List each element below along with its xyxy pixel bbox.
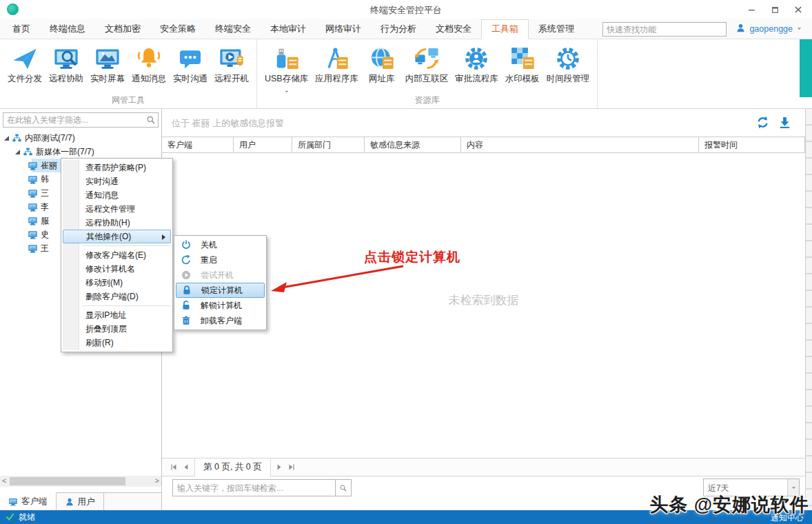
ribbon-tool-approval-flow[interactable]: 审批流程库 [451, 43, 502, 90]
ribbon-tool-time-period[interactable]: 时间段管理 [543, 43, 593, 90]
close-button[interactable] [787, 0, 809, 19]
menu-tab-4[interactable]: 安全策略 [150, 19, 205, 39]
watermark-template-icon [509, 46, 536, 72]
column-header-5[interactable]: 内容 [461, 137, 699, 152]
other-operations-submenu: 关机重启尝试开机锁定计算机解锁计算机卸载客户端 [174, 235, 267, 330]
right-vertical-tab-strip[interactable] [805, 109, 812, 510]
submenu-item-lock[interactable]: 锁定计算机 [176, 283, 265, 298]
ribbon-tool-label: 远程开机 [214, 73, 249, 85]
ribbon-tool-chat[interactable]: 实时沟通 [170, 43, 211, 85]
tree-expander-icon[interactable] [15, 150, 20, 154]
sidebar-tab-users[interactable]: 用户 [57, 493, 104, 511]
context-menu-item-10[interactable]: 移动到(M) [61, 276, 172, 290]
tree-filter-input[interactable] [3, 113, 144, 127]
menu-tab-11[interactable]: 系统管理 [529, 19, 584, 39]
first-page-button[interactable] [168, 461, 180, 474]
context-menu-item-3[interactable]: 通知消息 [61, 188, 172, 202]
tree-node-1[interactable]: 内部测试(7/7) [0, 131, 161, 145]
ribbon-tool-label: 实时沟通 [173, 73, 207, 85]
ribbon-tool-interlink[interactable]: 内部互联区 [402, 43, 452, 90]
menu-tab-8[interactable]: 行为分析 [371, 19, 426, 39]
horizontal-scrollbar[interactable]: < > [0, 476, 161, 487]
context-menu-item-5[interactable]: 远程协助(H) [61, 216, 172, 230]
ribbon-tool-usb-library[interactable]: USB存储库 [261, 43, 312, 90]
column-header-2[interactable]: 用户 [234, 137, 292, 152]
unlock-icon [181, 300, 192, 311]
context-menu-item-13[interactable]: 显示IP地址 [61, 308, 172, 322]
submenu-item-power[interactable]: 关机 [174, 237, 266, 252]
context-menu-item-2[interactable]: 实时沟通 [61, 174, 172, 188]
context-menu-item-1[interactable]: 查看防护策略(P) [61, 161, 172, 174]
context-menu-item-14[interactable]: 折叠到顶层 [61, 322, 172, 336]
panel-header-text: 位于 崔丽 上的敏感信息报警 [172, 117, 284, 130]
column-header-3[interactable]: 所属部门 [292, 137, 365, 152]
context-menu-item-9[interactable]: 修改计算机名 [61, 262, 172, 276]
column-header-4[interactable]: 敏感信息来源 [365, 137, 461, 152]
search-icon[interactable] [146, 115, 156, 128]
submenu-item-trash[interactable]: 卸载客户端 [174, 313, 266, 328]
export-download-button[interactable] [778, 116, 791, 132]
ribbon-tool-monitor-search[interactable]: 远程协助 [45, 43, 87, 85]
context-menu-item-8[interactable]: 修改客户端名(E) [61, 248, 172, 262]
computer-icon [28, 161, 38, 171]
menu-tab-6[interactable]: 本地审计 [261, 19, 316, 39]
ribbon-tool-paper-plane[interactable]: 文件分发 [4, 43, 45, 85]
scrollbar-thumb[interactable] [10, 477, 125, 485]
tree-expander-icon[interactable] [4, 136, 9, 141]
menu-tab-9[interactable]: 文档安全 [426, 19, 481, 39]
monitor-image-icon [94, 46, 121, 72]
lock-icon [181, 285, 192, 296]
menu-tab-1[interactable]: 首页 [3, 19, 40, 39]
scroll-left-arrow[interactable]: < [2, 476, 6, 485]
sidebar-tab-label: 客户端 [21, 496, 48, 507]
context-menu-item-6[interactable]: 其他操作(O) [63, 230, 171, 243]
column-header-6[interactable]: 报警时间 [699, 137, 805, 152]
scroll-right-arrow[interactable]: > [155, 476, 159, 485]
next-page-button[interactable] [273, 461, 285, 474]
submenu-item-label: 尝试开机 [201, 270, 234, 280]
column-header-1[interactable]: 客户端 [162, 137, 234, 152]
ribbon-tool-app-library[interactable]: 应用程序库 [312, 43, 362, 90]
computer-icon [28, 161, 38, 171]
sidebar-tab-clients[interactable]: 客户端 [0, 492, 57, 510]
window-title: 终端安全管控平台 [0, 4, 812, 17]
dropdown-caret-icon [265, 85, 308, 90]
user-menu[interactable]: gaopengge [735, 23, 802, 35]
tree-node-2[interactable]: 新媒体一部(7/7) [0, 145, 161, 159]
menu-tab-2[interactable]: 终端信息 [40, 19, 95, 39]
ribbon-tool-label: 内部互联区 [405, 73, 449, 85]
quick-search-input[interactable] [602, 22, 727, 37]
menu-item-label: 查看防护策略(P) [85, 163, 146, 172]
keyword-search-button[interactable] [335, 479, 352, 496]
maximize-button[interactable] [764, 0, 786, 19]
menu-tab-7[interactable]: 网络审计 [316, 19, 371, 39]
ribbon-tool-monitor-play[interactable]: 远程开机 [211, 43, 252, 85]
menu-tab-5[interactable]: 终端安全 [205, 19, 261, 39]
last-page-button[interactable] [285, 461, 298, 474]
refresh-button[interactable] [756, 116, 769, 132]
ribbon-tool-label: 审批流程库 [455, 73, 498, 85]
submenu-item-unlock[interactable]: 解锁计算机 [174, 298, 266, 313]
ribbon-tool-label: 应用程序库 [315, 73, 358, 85]
tree-node-label: 服 [41, 215, 49, 227]
submenu-item-restart[interactable]: 重启 [174, 252, 266, 268]
ribbon-tool-watermark-template[interactable]: 水印模板 [502, 43, 543, 90]
context-menu-item-11[interactable]: 删除客户端(D) [61, 290, 172, 303]
time-period-icon [555, 46, 581, 72]
menu-tab-3[interactable]: 文档加密 [95, 19, 150, 39]
monitor-play-icon [219, 46, 245, 72]
context-menu-item-4[interactable]: 远程文件管理 [61, 202, 172, 216]
ribbon-tool-url-library[interactable]: 网址库 [362, 43, 402, 90]
ribbon-tool-bell[interactable]: 通知消息 [128, 43, 170, 85]
org-node-icon [23, 147, 33, 157]
keyword-search-input[interactable] [172, 479, 336, 496]
menu-tab-10[interactable]: 工具箱 [481, 19, 529, 39]
menu-item-label: 显示IP地址 [85, 310, 126, 320]
ribbon-tool-monitor-image[interactable]: 实时屏幕 [87, 43, 128, 85]
context-menu-item-15[interactable]: 刷新(R) [61, 336, 172, 350]
menu-item-label: 刷新(R) [85, 338, 114, 347]
approval-flow-icon [463, 46, 489, 72]
minimize-button[interactable] [740, 0, 762, 19]
prev-page-button[interactable] [180, 461, 192, 474]
restart-icon [181, 254, 192, 265]
